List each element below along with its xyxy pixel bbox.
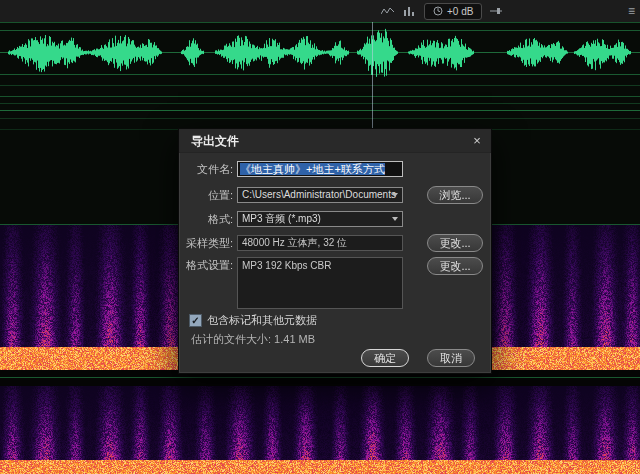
filename-input[interactable]: 《地主真帅》+地主+联系方式 [237, 161, 403, 177]
location-value: C:\Users\Administrator\Documents [242, 189, 396, 200]
panel-menu-icon[interactable]: ≡ [628, 1, 635, 21]
format-settings-value: MP3 192 Kbps CBR [237, 257, 403, 309]
toolbar-group: +0 dB [380, 2, 504, 20]
change-format-settings-button[interactable]: 更改... [427, 257, 483, 275]
menu-glyph: ≡ [628, 1, 635, 21]
format-select[interactable]: MP3 音频 (*.mp3) [237, 211, 403, 227]
estimated-size-text: 估计的文件大小: 1.41 MB [191, 332, 315, 347]
location-select[interactable]: C:\Users\Administrator\Documents [237, 187, 403, 203]
format-label: 格式: [179, 211, 233, 227]
checkbox-check-icon: ✓ [189, 314, 202, 327]
change-sample-type-button[interactable]: 更改... [427, 234, 483, 252]
clock-icon [433, 6, 443, 16]
fader-icon[interactable] [488, 4, 504, 18]
meter-icon[interactable] [402, 4, 418, 18]
close-icon[interactable]: × [469, 133, 485, 149]
browse-button[interactable]: 浏览... [427, 186, 483, 204]
sample-type-label: 采样类型: [179, 235, 233, 251]
filename-value: 《地主真帅》+地主+联系方式 [240, 163, 385, 175]
format-value: MP3 音频 (*.mp3) [242, 213, 321, 224]
include-metadata-label: 包含标记和其他元数据 [207, 313, 317, 328]
audition-app: +0 dB ≡ 导出文件 × 文件名: 《地主真帅》+地主+联系方式 位置: C… [0, 0, 640, 474]
ok-button[interactable]: 确定 [361, 349, 409, 367]
levels-icon[interactable] [380, 4, 396, 18]
dialog-title: 导出文件 [179, 129, 491, 153]
include-metadata-checkbox[interactable]: ✓ 包含标记和其他元数据 [189, 313, 317, 328]
cancel-button[interactable]: 取消 [427, 349, 475, 367]
sample-type-value: 48000 Hz 立体声, 32 位 [237, 235, 403, 251]
location-label: 位置: [179, 187, 233, 203]
chevron-down-icon [392, 217, 398, 221]
db-display[interactable]: +0 dB [424, 3, 482, 20]
db-value: +0 dB [447, 6, 473, 17]
top-toolbar: +0 dB ≡ [0, 0, 640, 22]
format-settings-label: 格式设置: [179, 257, 233, 273]
filename-label: 文件名: [179, 161, 233, 177]
export-dialog: 导出文件 × 文件名: 《地主真帅》+地主+联系方式 位置: C:\Users\… [178, 128, 492, 374]
chevron-down-icon [392, 193, 398, 197]
